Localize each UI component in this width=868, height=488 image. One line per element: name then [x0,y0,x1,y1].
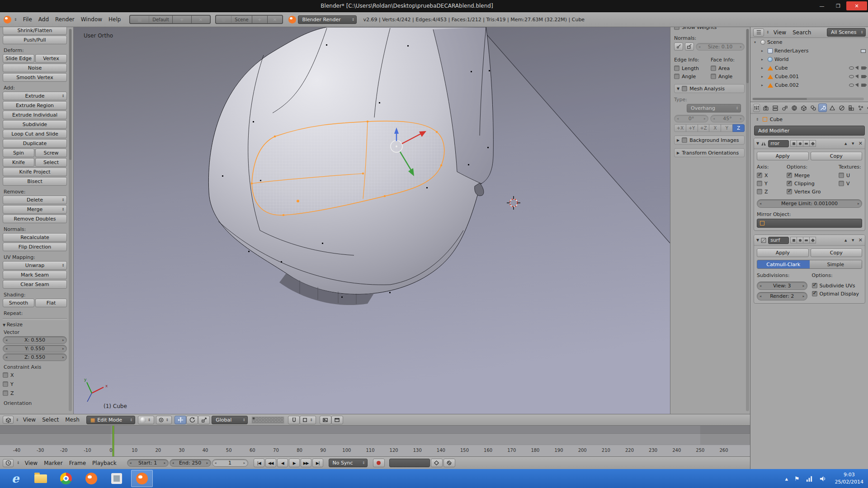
play-reverse-button[interactable]: ◀ [277,459,288,467]
disclosure-icon[interactable]: ▾ [754,40,759,44]
properties-tab-world[interactable] [790,103,798,112]
eye-icon[interactable] [849,75,854,78]
timeline-menu-frame[interactable]: Frame [66,460,89,466]
editor-type-button[interactable] [3,416,14,424]
subsurf-modifier-header[interactable]: ▼ surf ▲ ▼ ✕ [754,235,865,246]
subsurf-apply-button[interactable]: Apply [757,249,809,257]
face-info-checkbox[interactable] [711,74,716,79]
vertex-normals-toggle[interactable] [674,42,683,51]
subsurf-modifier-display-toggles[interactable] [791,237,816,244]
face-info-angle[interactable]: Angle [711,72,745,80]
operator-panel-title[interactable]: Resize [3,322,67,328]
mesh-analysis-checkbox[interactable] [682,86,687,91]
viewport-shading-dropdown[interactable]: ⇕ [138,416,154,424]
tool-button-knife-project[interactable]: Knife Project [3,168,67,176]
modifier-move-up-icon[interactable]: ▲ [843,239,849,242]
tool-button-unwrap[interactable]: Unwrap [3,261,67,270]
analysis-type-dropdown[interactable]: Overhang [687,104,741,113]
mirror-option-checkbox[interactable] [787,189,792,194]
mirror-axis-y[interactable]: Y [757,179,785,188]
properties-tab-render-layers[interactable] [771,103,779,112]
properties-tab-physics[interactable] [866,103,868,112]
prev-keyframe-button[interactable]: ◀◀ [265,459,276,467]
analysis-axis-y[interactable]: Y [721,124,733,132]
image-icon[interactable] [861,49,866,53]
mirror-axis-checkbox[interactable] [757,181,762,186]
properties-tab-material[interactable] [837,103,846,112]
mirror-axis-z[interactable]: Z [757,188,785,196]
subsurf-view-field[interactable]: View: 3 [757,282,807,290]
snap-element-dropdown[interactable]: ⇕ [300,416,316,424]
mirror-modifier-name-field[interactable]: rror [768,140,789,147]
mirror-texture-u[interactable]: U [839,171,862,179]
mirror-axis-x[interactable]: X [757,171,785,179]
timeline-menu-marker[interactable]: Marker [41,460,66,466]
properties-tab-object[interactable] [799,103,808,112]
network-icon[interactable] [806,475,813,482]
outliner-filter-dropdown[interactable]: All Scenes [827,28,866,37]
cursor-icon[interactable] [855,83,860,88]
layers-widget[interactable] [251,416,284,424]
taskbar-app-chrome[interactable] [55,470,77,487]
minimize-button[interactable]: — [814,1,830,10]
breadcrumb-expand-icon[interactable]: ⇕ [755,117,760,122]
constraint-axis-checkbox[interactable] [3,372,8,378]
menu-window[interactable]: Window [78,16,105,23]
mirror-apply-button[interactable]: Apply [757,152,809,160]
mirror-axis-checkbox[interactable] [757,189,762,194]
hidden-icons-chevron[interactable]: ▴ [785,475,788,482]
analysis-axis-plus-x[interactable]: +X [674,124,686,132]
subsurf-option-checkbox[interactable] [812,291,817,296]
analysis-axis-plus-y[interactable]: +Y [686,124,698,132]
modifier-move-down-icon[interactable]: ▼ [850,142,856,145]
camera-icon[interactable] [861,66,866,70]
tool-button-screw[interactable]: Screw [35,149,67,157]
frame-end-field[interactable]: End: 250 [170,459,211,467]
scene-value[interactable]: Scene [231,15,252,23]
edge-info-checkbox[interactable] [674,66,679,71]
analysis-axis-z[interactable]: Z [732,124,745,132]
edge-info-angle[interactable]: Angle [674,72,708,80]
face-info-checkbox[interactable] [711,66,716,71]
disclosure-icon[interactable]: ▸ [761,75,766,79]
mirror-texture-checkbox[interactable] [839,173,844,178]
outliner-scrollbar[interactable] [752,98,864,100]
scene-selector[interactable]: ◎ Scene + ✕ [215,15,283,24]
edge-info-checkbox[interactable] [674,74,679,79]
eye-icon[interactable] [849,66,854,70]
mirror-option-vertex-gro[interactable]: Vertex Gro [787,188,837,196]
manipulator-scale-toggle[interactable] [198,416,210,424]
modifier-delete-icon[interactable]: ✕ [859,237,863,243]
cursor-icon[interactable] [855,66,860,70]
next-keyframe-button[interactable]: ▶▶ [301,459,311,467]
constraint-axis-z[interactable]: Z [3,389,67,397]
frame-start-field[interactable]: Start: 1 [127,459,169,467]
disclosure-icon[interactable]: ▸ [761,57,766,61]
outliner-menu-view[interactable]: View [770,29,789,36]
tool-button-extrude-individual[interactable]: Extrude Individual [3,111,67,119]
modifier-delete-icon[interactable]: ✕ [859,141,863,146]
delete-screen-button[interactable]: ✕ [191,15,211,23]
analysis-min-field[interactable]: 0° [674,115,708,122]
face-normals-toggle[interactable] [685,42,694,51]
menu-help[interactable]: Help [105,16,124,23]
properties-editor-type-button[interactable] [753,104,760,112]
edge-info-length[interactable]: Length [674,64,708,72]
header-collapse-icon[interactable]: ⇕ [15,418,20,422]
resize-field-y[interactable]: Y: 0.550 [3,345,67,352]
tool-button-push-pull[interactable]: Push/Pull [3,36,67,44]
menu-file[interactable]: File [20,16,35,23]
add-scene-button[interactable]: + [252,15,268,23]
resize-field-x[interactable]: X: 0.550 [3,336,67,344]
disclosure-icon[interactable]: ▸ [761,49,766,53]
tool-button-slide-edge[interactable]: Slide Edge [3,54,34,63]
subsurf-option-checkbox[interactable] [812,283,817,288]
subsurf-render-field[interactable]: Render: 2 [757,292,807,300]
camera-icon[interactable] [861,84,866,87]
taskbar-app-file-explorer[interactable] [30,470,52,487]
keying-set-field[interactable] [389,459,430,467]
opengl-render-still-button[interactable] [320,416,331,424]
add-screen-button[interactable]: + [172,15,192,23]
mirror-modifier-header[interactable]: ▼ rror ▲ ▼ ✕ [754,138,865,149]
constraint-axis-checkbox[interactable] [3,381,8,387]
